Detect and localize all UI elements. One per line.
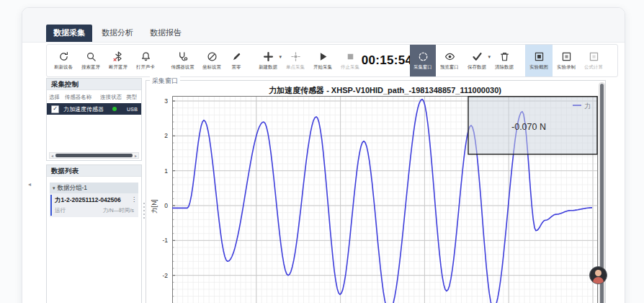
tab-2[interactable]: 数据分析 [94, 25, 140, 42]
single-point-icon [290, 51, 301, 62]
start-acquisition-button[interactable]: 开始采集 [309, 45, 336, 76]
tab-3[interactable]: 数据报告 [143, 25, 189, 42]
refresh-icon [58, 51, 69, 62]
formula-icon [589, 51, 599, 62]
data-item-axes: 力/N—时间/s [103, 207, 134, 214]
data-list-panel: 数据列表 ▾数据分组-1力1-2-20251112-042506⋮运行力/N—时… [46, 164, 142, 303]
new-data-button[interactable]: 新建数据▾ [254, 45, 282, 76]
y-tick-label: -1 [149, 237, 168, 244]
stop-acquisition-button: 停止采集 [336, 45, 364, 76]
toolbar-button-label: 实验录制 [557, 63, 576, 70]
toolbar-button-label: 坐标设置 [202, 63, 221, 70]
stop-icon [345, 51, 356, 62]
table-row[interactable]: ✓力加速度传感器USB [47, 103, 141, 115]
disconnect-bluetooth-button[interactable]: 断开蓝牙 [104, 45, 132, 76]
item-menu-icon[interactable]: ⋮ [131, 196, 137, 203]
scroll-left-icon[interactable]: ◄ [50, 154, 55, 158]
trash-icon [499, 51, 510, 62]
annotation-value: -0.070 N [511, 122, 546, 132]
avatar-body-icon [593, 277, 604, 284]
search-icon [86, 51, 97, 62]
data-group-label: 数据分组-1 [58, 184, 88, 193]
record-icon [561, 51, 572, 62]
toolbar-button-label: 单点采集 [286, 63, 305, 70]
experiment-screenshot-button[interactable]: 实验截图 [525, 45, 553, 76]
toolbar-button-label: 刷新设备 [54, 63, 73, 70]
data-list-body: ▾数据分组-1力1-2-20251112-042506⋮运行力/N—时间/s [47, 183, 141, 217]
y-tick-label: 2 [149, 132, 168, 139]
eye-icon [444, 51, 455, 62]
preview-window-button[interactable]: 预览窗口 [436, 45, 463, 76]
connection-status-dot [112, 107, 117, 111]
page-background: 数据采集数据分析数据报告 刷新设备搜索蓝牙断开蓝牙打开声卡传感器设置坐标设置置零… [0, 0, 644, 303]
plus-icon [263, 51, 274, 62]
set-zero-button[interactable]: 置零 [225, 45, 247, 76]
y-tick-label: 3 [149, 97, 168, 105]
search-bluetooth-button[interactable]: 搜索蓝牙 [77, 45, 104, 76]
data-list-item[interactable]: 力1-2-20251112-042506⋮运行力/N—时间/s [50, 193, 138, 217]
toolbar-button-label: 预览窗口 [440, 63, 459, 70]
single-point-sample-button: 单点采集 [282, 45, 309, 76]
toolbar-button-label: 公式计算 [584, 63, 603, 70]
experiment-record-button[interactable]: 实验录制 [553, 45, 580, 76]
sensor-name: 力加速度传感器 [63, 105, 104, 113]
expand-triangle-icon[interactable]: ▾ [53, 185, 55, 191]
toolbar-button-label: 传感器设置 [171, 63, 194, 70]
axis-settings-icon [207, 51, 218, 62]
acquisition-window-button[interactable]: 采集窗口 [410, 45, 436, 76]
sensor-table-hscrollbar[interactable]: ◄ ► [49, 152, 139, 159]
screenshot-icon [534, 51, 545, 62]
sensor-settings-button[interactable]: 传感器设置 [166, 45, 198, 76]
acquisition-timer: 00:15:54 [364, 45, 410, 76]
toolbar-button-label: 保存数据 [468, 63, 486, 70]
column-header: 选择 [49, 94, 65, 101]
check-icon [472, 51, 483, 62]
clear-data-button[interactable]: 清除数据 [491, 45, 518, 76]
save-data-button[interactable]: 保存数据▾ [463, 45, 491, 76]
scroll-right-icon[interactable]: ► [133, 154, 138, 158]
app-window: 数据采集数据分析数据报告 刷新设备搜索蓝牙断开蓝牙打开声卡传感器设置坐标设置置零… [22, 7, 625, 303]
play-icon [318, 51, 328, 62]
data-list-title: 数据列表 [47, 165, 141, 177]
bell-icon [140, 51, 151, 62]
sensor-type: USB [127, 107, 138, 112]
y-tick-label: 1 [149, 167, 168, 175]
y-tick-label: 0 [149, 202, 168, 209]
toolbar-button-label: 置零 [232, 63, 241, 70]
acquisition-window-frame: 采集窗口 力加速度传感器 - XHSP-V10HID_path_-1981348… [146, 80, 606, 303]
tab-1[interactable]: 数据采集 [46, 25, 92, 42]
toolbar-button-label: 断开蓝牙 [109, 63, 128, 70]
toolbar-button-label: 实验截图 [529, 63, 548, 70]
chart-plot-area: 力-0.070 N [172, 96, 598, 303]
data-item-status: 运行 [55, 207, 66, 214]
refresh-device-button[interactable]: 刷新设备 [50, 45, 77, 76]
open-soundcard-button[interactable]: 打开声卡 [132, 45, 159, 76]
toolbar-button-label: 清除数据 [495, 63, 514, 70]
collapse-sidebar-icon[interactable]: ◂ [28, 181, 31, 188]
assistant-avatar-button[interactable] [589, 266, 607, 284]
column-header: 连接状态 [100, 94, 126, 101]
sensor-checkbox[interactable]: ✓ [51, 105, 59, 113]
column-header: 传感器名称 [65, 94, 100, 101]
collect-control-title: 采集控制 [47, 79, 141, 90]
collect-control-panel: 采集控制 选择传感器名称连接状态类型 ✓力加速度传感器USB ◄ ► [46, 78, 142, 161]
axis-settings-button[interactable]: 坐标设置 [198, 45, 225, 76]
y-tick-label: -2 [149, 272, 168, 279]
chart-title: 力加速度传感器 - XHSP-V10HID_path_-1981348857_1… [172, 85, 598, 96]
hscrollbar-thumb[interactable] [55, 154, 133, 157]
toolbar-button-label: 打开声卡 [136, 63, 155, 70]
column-header: 类型 [126, 94, 139, 101]
toolbar: 刷新设备搜索蓝牙断开蓝牙打开声卡传感器设置坐标设置置零新建数据▾单点采集开始采集… [46, 44, 618, 77]
sensor-table-rows: ✓力加速度传感器USB [47, 103, 141, 115]
bluetooth-disconnect-icon [113, 51, 124, 62]
formula-calc-button: 公式计算 [580, 45, 607, 76]
sensor-table-header: 选择传感器名称连接状态类型 [47, 90, 141, 103]
toolbar-button-label: 采集窗口 [413, 63, 432, 70]
toolbar-button-label: 开始采集 [313, 63, 332, 70]
dashed-circle-icon [418, 51, 429, 62]
tab-bar: 数据采集数据分析数据报告 [46, 25, 189, 42]
title-strip: 数据采集数据分析数据报告 [22, 8, 625, 43]
data-group-header[interactable]: ▾数据分组-1 [50, 183, 138, 193]
toolbar-button-label: 新建数据 [259, 63, 277, 70]
data-item-title: 力1-2-20251112-042506 [55, 196, 134, 205]
